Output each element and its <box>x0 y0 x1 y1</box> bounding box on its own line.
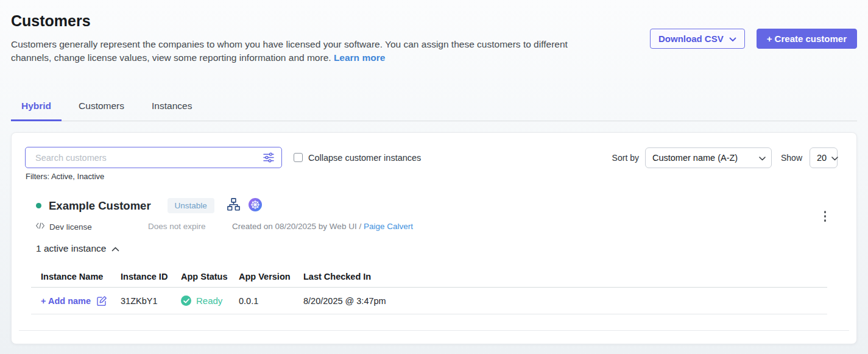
column-header-instance-id: Instance ID <box>121 272 181 281</box>
install-type-icons <box>227 197 262 214</box>
chevron-up-icon <box>111 243 119 254</box>
instances-table: Instance Name Instance ID App Status App… <box>31 266 827 314</box>
license-type-label: Dev license <box>49 222 92 232</box>
show-select-value: 20 <box>817 153 827 163</box>
sort-by-label: Sort by <box>612 153 639 163</box>
tab-customers[interactable]: Customers <box>68 93 135 121</box>
page-description-line2: channels, change license values, view so… <box>11 52 331 63</box>
active-instances-label: 1 active instance <box>36 243 106 254</box>
app-status-cell: Ready <box>181 296 239 306</box>
column-header-app-version: App Version <box>239 272 303 281</box>
sort-select[interactable]: Customer name (A-Z) <box>645 147 772 168</box>
page-description: Customers generally represent the compan… <box>11 38 608 65</box>
created-prefix: Created on 08/20/2025 by Web UI / <box>232 222 364 231</box>
page-header: Customers Customers generally represent … <box>11 12 608 65</box>
download-csv-button[interactable]: Download CSV <box>650 29 745 49</box>
instance-table-row: + Add name 31ZKbY1 Ready 0.0.1 8/20/2025… <box>31 288 827 314</box>
learn-more-link[interactable]: Learn more <box>334 52 385 63</box>
license-expiration: Does not expire <box>148 222 206 231</box>
channel-badge: Unstable <box>168 198 214 213</box>
last-checked-in-cell: 8/20/2025 @ 3:47pm <box>303 296 827 306</box>
column-header-instance-name: Instance Name <box>41 272 121 281</box>
license-type: Dev license <box>35 222 92 232</box>
create-customer-button[interactable]: + Create customer <box>757 29 857 49</box>
active-instances-toggle[interactable]: 1 active instance <box>36 243 119 254</box>
customer-row-header: Example Customer Unstable <box>36 197 262 214</box>
created-by-link[interactable]: Paige Calvert <box>364 222 413 231</box>
page-description-line1: Customers generally represent the compan… <box>11 39 568 49</box>
instance-id-cell: 31ZKbY1 <box>121 296 181 306</box>
show-select[interactable]: 20 <box>810 147 838 168</box>
edit-icon[interactable] <box>96 296 107 306</box>
customer-name-link[interactable]: Example Customer <box>49 199 151 213</box>
card-bottom-divider <box>19 330 849 331</box>
search-input[interactable] <box>34 152 263 163</box>
search-box <box>25 147 282 168</box>
page-title: Customers <box>11 12 608 29</box>
license-row: Dev license Does not expire Created on 0… <box>12 222 856 234</box>
collapse-instances-control[interactable]: Collapse customer instances <box>294 153 421 163</box>
header-actions: Download CSV + Create customer <box>650 29 857 49</box>
chevron-down-icon <box>729 34 736 44</box>
license-created-text: Created on 08/20/2025 by Web UI / Paige … <box>232 222 413 231</box>
download-csv-label: Download CSV <box>658 34 724 44</box>
chevron-down-icon <box>759 153 766 163</box>
tab-instances[interactable]: Instances <box>141 93 202 121</box>
tab-bar: Hybrid Customers Instances <box>11 93 202 121</box>
add-name-link[interactable]: + Add name <box>41 296 91 306</box>
show-label: Show <box>781 153 802 163</box>
sitemap-icon <box>227 197 241 214</box>
chevron-down-icon <box>831 153 838 163</box>
tab-hybrid[interactable]: Hybrid <box>11 93 62 121</box>
code-icon <box>35 222 45 232</box>
sort-show-controls: Sort by Customer name (A-Z) Show 20 <box>612 147 838 168</box>
instances-table-header: Instance Name Instance ID App Status App… <box>31 266 827 288</box>
check-circle-icon <box>181 296 191 306</box>
collapse-instances-label: Collapse customer instances <box>308 153 421 163</box>
toolbar: Collapse customer instances Sort by Cust… <box>25 147 838 168</box>
collapse-instances-checkbox[interactable] <box>294 153 303 162</box>
column-header-app-status: App Status <box>181 272 239 281</box>
sort-select-value: Customer name (A-Z) <box>652 153 738 163</box>
active-filters-text: Filters: Active, Inactive <box>26 172 104 181</box>
column-header-last-checked-in: Last Checked In <box>303 272 827 281</box>
app-status-text: Ready <box>196 296 222 306</box>
kubernetes-icon <box>249 198 262 214</box>
instance-name-cell: + Add name <box>41 296 121 306</box>
filter-sliders-icon[interactable] <box>263 152 275 163</box>
customers-panel: Collapse customer instances Sort by Cust… <box>11 132 857 344</box>
active-status-dot <box>36 203 41 208</box>
app-version-cell: 0.0.1 <box>239 296 303 306</box>
